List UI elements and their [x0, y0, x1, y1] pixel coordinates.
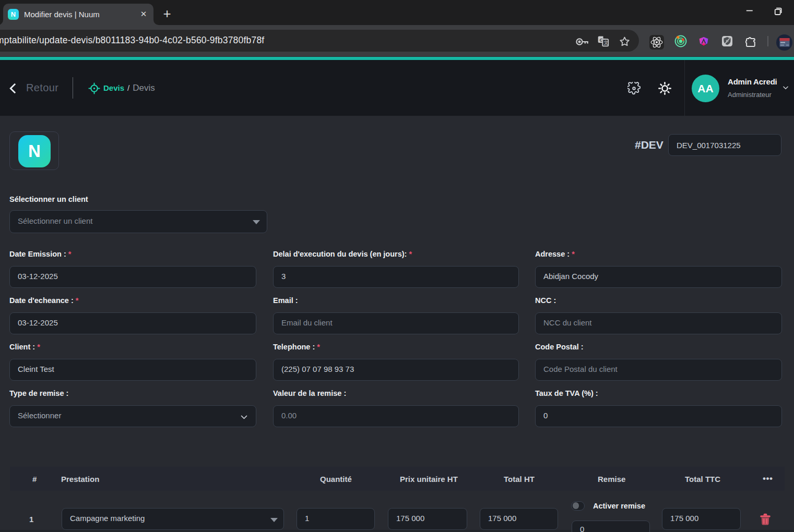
- svg-text:文: 文: [604, 40, 609, 45]
